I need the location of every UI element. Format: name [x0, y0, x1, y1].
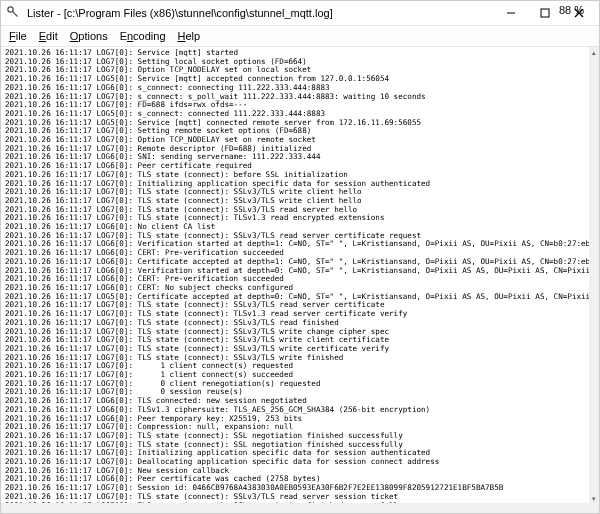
log-text: 2021.10.26 16:11:17 LOG7[0]: Service [mq… — [5, 49, 585, 503]
menu-options[interactable]: Options — [70, 30, 108, 42]
maximize-button[interactable] — [529, 3, 561, 23]
svg-line-1 — [12, 11, 17, 16]
app-icon — [7, 6, 21, 20]
scroll-corner — [589, 503, 599, 513]
window-frame: Lister - [c:\Program Files (x86)\stunnel… — [0, 0, 600, 514]
menu-encoding[interactable]: Encoding — [120, 30, 166, 42]
close-button[interactable] — [563, 3, 595, 23]
menubar: File Edit Options Encoding Help — [1, 26, 599, 47]
svg-rect-3 — [541, 9, 549, 17]
horizontal-scrollbar[interactable] — [1, 503, 589, 513]
menu-file[interactable]: File — [9, 30, 27, 42]
window-title: Lister - [c:\Program Files (x86)\stunnel… — [27, 7, 333, 19]
vertical-scrollbar[interactable]: ▴ ▾ — [589, 47, 599, 503]
log-viewport[interactable]: 2021.10.26 16:11:17 LOG7[0]: Service [mq… — [1, 47, 589, 503]
minimize-button[interactable] — [495, 3, 527, 23]
titlebar: Lister - [c:\Program Files (x86)\stunnel… — [1, 1, 599, 26]
scroll-up-arrow[interactable]: ▴ — [589, 47, 599, 57]
menu-help[interactable]: Help — [178, 30, 201, 42]
content-area: 2021.10.26 16:11:17 LOG7[0]: Service [mq… — [1, 47, 599, 513]
menu-edit[interactable]: Edit — [39, 30, 58, 42]
scroll-down-arrow[interactable]: ▾ — [589, 493, 599, 503]
